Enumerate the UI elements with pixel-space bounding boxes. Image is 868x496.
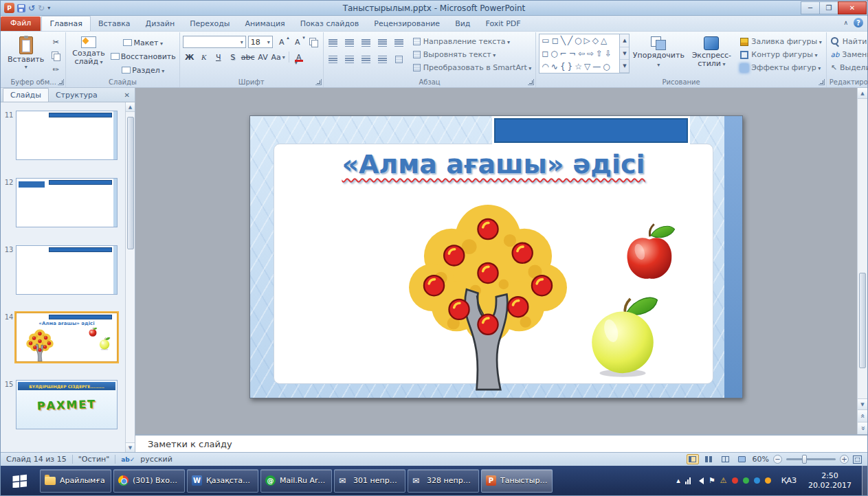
taskbar-item-folder[interactable]: Арайлымға: [40, 469, 111, 493]
tab-slides-thumbnails[interactable]: Слайды: [3, 88, 49, 102]
qat-dropdown-icon[interactable]: ▾: [47, 5, 50, 11]
panel-scrollbar[interactable]: ▲ ▼: [125, 102, 135, 452]
zoom-slider[interactable]: [786, 458, 836, 460]
tab-outline[interactable]: Структура: [49, 88, 104, 102]
justify-button[interactable]: [376, 53, 390, 65]
spellcheck-icon[interactable]: ab✓: [121, 456, 135, 463]
zoom-slider-thumb[interactable]: [802, 455, 807, 464]
tab-insert[interactable]: Вставка: [91, 16, 138, 31]
shapes-row[interactable]: ▭◻╲╱○▷◇△: [542, 34, 617, 47]
text-direction-button[interactable]: Направление текста: [412, 35, 533, 48]
section-button[interactable]: Раздел: [110, 64, 177, 76]
paste-button[interactable]: Вставить ▾: [4, 34, 47, 76]
layout-button[interactable]: Макет: [110, 36, 177, 49]
title-placeholder-box[interactable]: [494, 118, 688, 143]
tray-expand-icon[interactable]: ▴: [676, 477, 680, 484]
language-label[interactable]: русский: [140, 455, 173, 464]
decrease-indent-button[interactable]: [359, 36, 373, 49]
previous-slide-button[interactable]: «: [858, 409, 867, 422]
text-shadow-button[interactable]: S: [226, 51, 240, 63]
drawing-dialog-launcher-icon[interactable]: [819, 79, 825, 85]
align-center-button[interactable]: [343, 53, 357, 65]
scroll-track[interactable]: [858, 99, 867, 398]
convert-smartart-button[interactable]: Преобразовать в SmartArt: [412, 61, 533, 74]
slide-thumbnail-11[interactable]: [16, 111, 118, 160]
shapes-scroll-down-icon[interactable]: ▼: [620, 47, 629, 60]
character-spacing-button[interactable]: AV: [256, 51, 270, 63]
clear-formatting-button[interactable]: [307, 36, 320, 48]
select-button[interactable]: ↖Выделить: [830, 61, 868, 74]
tab-animation[interactable]: Анимация: [238, 16, 293, 31]
maximize-button[interactable]: ❐: [819, 1, 838, 14]
view-reading-button[interactable]: [720, 454, 732, 464]
scroll-down-icon[interactable]: ▼: [858, 398, 867, 409]
start-button[interactable]: [2, 466, 38, 495]
tab-review[interactable]: Рецензирование: [366, 16, 447, 31]
format-painter-button[interactable]: ✏: [49, 63, 63, 76]
slide-thumbnail-12[interactable]: [16, 178, 118, 227]
shape-outline-button[interactable]: Контур фигуры: [739, 48, 823, 61]
new-slide-button[interactable]: Создать слайд: [69, 34, 109, 76]
line-spacing-button[interactable]: [392, 36, 406, 49]
scroll-up-icon[interactable]: ▲: [126, 102, 135, 112]
font-size-combo[interactable]: 18: [248, 36, 273, 48]
minimize-ribbon-icon[interactable]: ∧: [843, 19, 848, 26]
columns-button[interactable]: [392, 53, 406, 65]
agent-status-icon[interactable]: [743, 477, 749, 484]
clock[interactable]: 2:50 20.02.2017: [803, 471, 857, 491]
bold-button[interactable]: Ж: [183, 51, 197, 63]
slide-thumbnail-15[interactable]: БҮЛДІРШІНДЕР СІЗДЕРГЕ......... РАХМЕТ: [16, 380, 118, 429]
undo-icon[interactable]: ↺: [28, 4, 35, 12]
next-slide-button[interactable]: «: [858, 422, 867, 434]
shapes-gallery[interactable]: ▭◻╲╱○▷◇△ ◻○⌐¬⇦⇨⇧⇩ ◠∿{}☆▽—○ ▲ ▼ ▼: [539, 34, 630, 74]
increase-indent-button[interactable]: [376, 36, 390, 49]
scroll-up-icon[interactable]: ▲: [858, 88, 867, 99]
tab-design[interactable]: Дизайн: [138, 16, 183, 31]
view-slide-sorter-button[interactable]: [703, 454, 715, 464]
warning-icon[interactable]: ⚠: [720, 477, 727, 484]
green-apple-image[interactable]: [584, 293, 661, 379]
reset-button[interactable]: Восстановить: [110, 50, 177, 63]
strikethrough-button[interactable]: abc: [241, 51, 256, 63]
zoom-out-button[interactable]: −: [773, 455, 782, 464]
slide-thumbnail-14-selected[interactable]: «Алма ағашы» әдісі: [16, 313, 118, 362]
align-text-button[interactable]: Выровнять текст: [412, 48, 533, 61]
shape-effects-button[interactable]: Эффекты фигур: [739, 61, 823, 74]
show-desktop-button[interactable]: [862, 466, 867, 495]
messenger-icon[interactable]: [754, 477, 760, 484]
font-color-button[interactable]: А: [292, 51, 306, 63]
fit-to-window-icon[interactable]: [853, 455, 862, 464]
slide-thumbnail-13[interactable]: [16, 245, 118, 295]
taskbar-item-word[interactable]: WҚазақстанн...: [187, 469, 258, 493]
scroll-thumb[interactable]: [127, 117, 134, 249]
apple-tree-image[interactable]: [391, 190, 585, 391]
shrink-font-button[interactable]: А: [291, 36, 304, 48]
taskbar-item-mail-301[interactable]: ✉301 непроч...: [334, 469, 405, 493]
copy-button[interactable]: [49, 49, 63, 62]
redo-icon[interactable]: ↻: [38, 4, 45, 12]
tab-transitions[interactable]: Переходы: [182, 16, 237, 31]
change-case-button[interactable]: Aa: [271, 51, 286, 63]
taskbar-item-mail-328[interactable]: ✉328 непроч...: [408, 469, 479, 493]
shapes-scroll-up-icon[interactable]: ▲: [620, 34, 629, 47]
shapes-more-icon[interactable]: ▼: [620, 60, 629, 73]
tab-home[interactable]: Главная: [41, 16, 91, 31]
shapes-row[interactable]: ◻○⌐¬⇦⇨⇧⇩: [542, 47, 617, 60]
action-center-flag-icon[interactable]: ⚑: [709, 477, 715, 484]
italic-button[interactable]: К: [197, 51, 211, 63]
view-normal-button[interactable]: [687, 454, 699, 464]
scroll-thumb[interactable]: [859, 273, 866, 369]
quick-styles-button[interactable]: Экспресс-стили: [687, 34, 735, 76]
tab-foxit-pdf[interactable]: Foxit PDF: [478, 16, 528, 31]
tab-view[interactable]: Вид: [447, 16, 478, 31]
shape-fill-button[interactable]: Заливка фигуры: [739, 35, 823, 48]
grow-font-button[interactable]: А: [275, 36, 289, 48]
font-name-combo[interactable]: [183, 36, 246, 48]
underline-button[interactable]: Ч: [212, 51, 225, 63]
view-slideshow-button[interactable]: [736, 454, 748, 464]
file-tab[interactable]: Файл: [1, 16, 41, 31]
find-button[interactable]: Найти: [830, 35, 868, 48]
powerpoint-app-icon[interactable]: P: [4, 3, 14, 13]
tab-slideshow[interactable]: Показ слайдов: [293, 16, 367, 31]
align-right-button[interactable]: [359, 53, 373, 65]
